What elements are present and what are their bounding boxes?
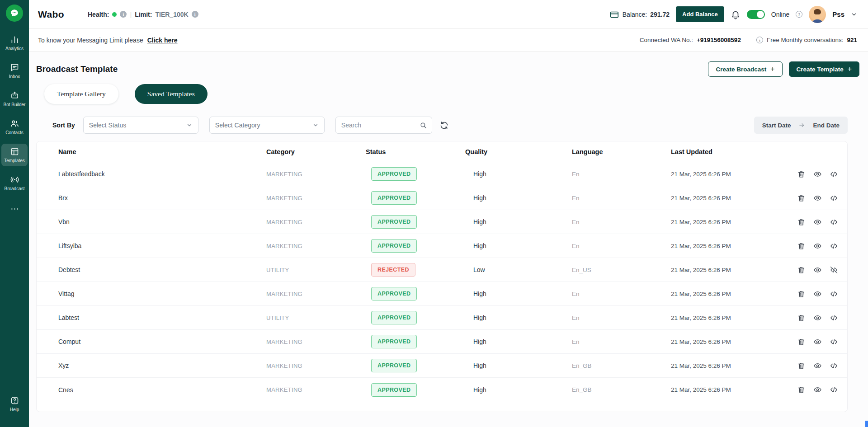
code-icon[interactable]	[830, 242, 838, 250]
code-icon[interactable]	[830, 170, 838, 178]
scrollbar-thumb[interactable]	[865, 421, 868, 427]
sidebar-item-bot-builder[interactable]: Bot Builder	[1, 88, 28, 110]
row-actions	[797, 385, 838, 394]
balance-label: Balance:	[623, 11, 647, 18]
balance-value: 291.72	[650, 11, 670, 18]
table-row: Vbn MARKETING APPROVED High En 21 Mar, 2…	[37, 210, 847, 234]
create-template-button[interactable]: Create Template +	[789, 61, 859, 77]
template-quality: High	[465, 362, 572, 369]
delete-icon[interactable]	[797, 242, 806, 250]
contacts-icon	[10, 119, 19, 128]
delete-icon[interactable]	[797, 290, 806, 298]
topbar-right: Balance: 291.72 Add Balance Online ? Pss	[609, 6, 857, 23]
view-icon[interactable]	[813, 314, 822, 322]
code-icon[interactable]	[830, 290, 838, 298]
column-header-status: Status	[366, 148, 465, 155]
delete-icon[interactable]	[797, 361, 806, 370]
view-icon[interactable]	[813, 266, 822, 274]
row-actions	[797, 170, 838, 178]
view-icon[interactable]	[813, 290, 822, 298]
view-icon[interactable]	[813, 338, 822, 346]
online-label: Online	[771, 11, 789, 18]
refresh-icon[interactable]	[439, 121, 449, 130]
template-last-updated: 21 Mar, 2025 6:26 PM	[671, 243, 731, 249]
plus-icon: +	[848, 66, 852, 73]
info-bar: To know your Messaging Limit please Clic…	[29, 29, 868, 52]
sidebar-item-more[interactable]	[1, 200, 28, 218]
template-language: En	[572, 314, 671, 321]
template-language: En_GB	[572, 386, 671, 393]
template-name: Brx	[58, 194, 266, 202]
end-date-button[interactable]: End Date	[813, 122, 840, 129]
search-input[interactable]	[341, 122, 420, 129]
table-row: Debtest UTILITY REJECTED Low En_US 21 Ma…	[37, 258, 847, 282]
online-info-icon[interactable]: ?	[796, 11, 802, 18]
notification-bell-icon[interactable]	[731, 9, 741, 19]
create-broadcast-button[interactable]: Create Broadcast +	[708, 61, 782, 77]
view-icon[interactable]	[813, 218, 822, 226]
limit-info-icon[interactable]: i	[192, 11, 198, 18]
code-icon[interactable]	[830, 266, 838, 274]
template-name: Cnes	[58, 386, 266, 394]
add-balance-button[interactable]: Add Balance	[676, 6, 724, 22]
tab-template-gallery[interactable]: Template Gallery	[44, 84, 118, 104]
view-icon[interactable]	[813, 170, 822, 178]
view-icon[interactable]	[813, 194, 822, 202]
sidebar-item-contacts[interactable]: Contacts	[1, 116, 28, 138]
sidebar-item-analytics[interactable]: Analytics	[1, 32, 28, 54]
limit-notice: To know your Messaging Limit please Clic…	[38, 37, 178, 44]
app-root: Analytics Inbox Bot Builder Contacts	[0, 0, 868, 427]
template-language: En	[572, 338, 671, 345]
template-quality: High	[465, 386, 572, 394]
template-name: Labtestfeedback	[58, 170, 266, 178]
delete-icon[interactable]	[797, 385, 806, 394]
template-last-updated: 21 Mar, 2025 6:26 PM	[671, 267, 731, 273]
table-row: Labtest UTILITY APPROVED High En 21 Mar,…	[37, 306, 847, 330]
table-row: Labtestfeedback MARKETING APPROVED High …	[37, 162, 847, 186]
status-badge: APPROVED	[371, 215, 417, 229]
code-icon[interactable]	[830, 194, 838, 202]
sidebar-item-inbox[interactable]: Inbox	[1, 60, 28, 82]
click-here-link[interactable]: Click here	[147, 37, 178, 44]
sidebar-item-help[interactable]: Help	[1, 393, 28, 415]
table-row: Xyz MARKETING APPROVED High En_GB 21 Mar…	[37, 354, 847, 378]
sidebar-item-label: Inbox	[9, 74, 20, 80]
more-icon	[10, 204, 19, 214]
row-actions	[797, 242, 838, 250]
view-icon[interactable]	[813, 361, 822, 370]
status-select[interactable]: Select Status	[83, 117, 198, 134]
toggle-knob	[757, 11, 764, 18]
code-icon[interactable]	[830, 338, 838, 346]
tab-saved-templates[interactable]: Saved Templates	[135, 84, 208, 104]
chevron-down-icon	[312, 122, 319, 128]
conversations-info-icon[interactable]: i	[756, 37, 763, 43]
delete-icon[interactable]	[797, 266, 806, 274]
template-category: UTILITY	[266, 314, 366, 321]
search-icon[interactable]	[420, 122, 427, 129]
view-icon[interactable]	[813, 385, 822, 394]
code-icon[interactable]	[830, 314, 838, 322]
delete-icon[interactable]	[797, 170, 806, 178]
category-select[interactable]: Select Category	[209, 117, 325, 134]
delete-icon[interactable]	[797, 194, 806, 202]
delete-icon[interactable]	[797, 218, 806, 226]
row-actions	[797, 218, 838, 226]
delete-icon[interactable]	[797, 338, 806, 346]
code-icon[interactable]	[830, 385, 838, 394]
health-info-icon[interactable]: i	[120, 11, 127, 18]
start-date-button[interactable]: Start Date	[762, 122, 791, 129]
online-toggle[interactable]	[747, 10, 765, 19]
chevron-down-icon[interactable]	[851, 11, 857, 18]
view-icon[interactable]	[813, 242, 822, 250]
inbox-icon	[10, 63, 19, 72]
sidebar-item-templates[interactable]: Templates	[1, 144, 28, 166]
template-category: MARKETING	[266, 362, 366, 369]
app-logo[interactable]	[6, 5, 23, 22]
delete-icon[interactable]	[797, 314, 806, 322]
code-icon[interactable]	[830, 361, 838, 370]
wa-number-label: Connected WA No.:	[640, 37, 693, 43]
code-icon[interactable]	[830, 218, 838, 226]
sidebar-item-broadcast[interactable]: Broadcast	[1, 172, 28, 194]
user-avatar[interactable]	[809, 6, 826, 23]
row-actions	[797, 290, 838, 298]
